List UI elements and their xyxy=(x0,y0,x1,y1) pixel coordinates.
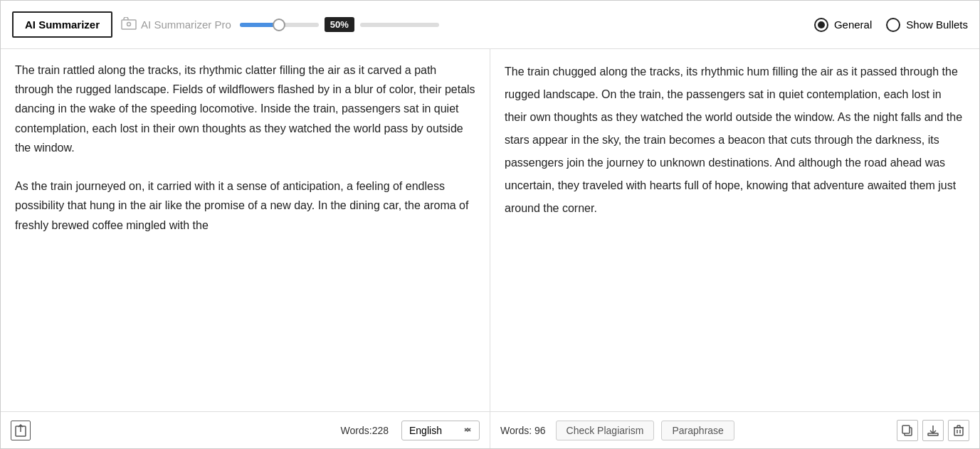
right-word-count: Words: 96 xyxy=(500,425,546,436)
chevron-icon xyxy=(463,425,472,436)
left-word-count: Words:228 xyxy=(39,425,389,436)
upload-button[interactable] xyxy=(11,421,31,440)
svg-point-1 xyxy=(127,23,131,26)
input-text-area[interactable]: The train rattled along the tracks, its … xyxy=(1,49,490,411)
language-label: English xyxy=(409,425,442,436)
right-footer: Words: 96 Check Plagiarism Paraphrase xyxy=(490,411,979,448)
output-text: The train chugged along the tracks, its … xyxy=(505,60,965,220)
action-icons xyxy=(897,420,969,441)
input-paragraph-2: As the train journeyed on, it carried wi… xyxy=(15,176,475,235)
show-bullets-label: Show Bullets xyxy=(906,19,968,31)
ai-pro-label: AI Summarizer Pro xyxy=(141,19,231,31)
general-option[interactable]: General xyxy=(814,18,872,32)
slider-right-track xyxy=(360,23,439,27)
show-bullets-radio[interactable] xyxy=(886,18,900,32)
delete-button[interactable] xyxy=(948,420,969,441)
left-footer: Words:228 English xyxy=(1,411,490,448)
show-bullets-option[interactable]: Show Bullets xyxy=(886,18,968,32)
output-text-area[interactable]: The train chugged along the tracks, its … xyxy=(490,49,979,411)
slider-value-badge: 50% xyxy=(325,17,354,32)
svg-rect-8 xyxy=(954,428,963,435)
toolbar: AI Summarizer AI Summarizer Pro 50% Gene… xyxy=(1,1,979,49)
general-radio[interactable] xyxy=(814,18,828,32)
svg-rect-5 xyxy=(902,426,910,433)
ai-summarizer-button[interactable]: AI Summarizer xyxy=(12,11,112,38)
summary-slider[interactable]: 50% xyxy=(240,17,439,32)
ai-summarizer-pro-button[interactable]: AI Summarizer Pro xyxy=(121,17,231,32)
main-content: The train rattled along the tracks, its … xyxy=(1,49,979,448)
left-panel: The train rattled along the tracks, its … xyxy=(1,49,490,448)
slider-thumb[interactable] xyxy=(273,19,285,31)
ai-pro-icon xyxy=(121,17,137,32)
general-label: General xyxy=(834,19,872,31)
copy-button[interactable] xyxy=(897,420,918,441)
display-mode-group: General Show Bullets xyxy=(814,18,968,32)
right-panel: The train chugged along the tracks, its … xyxy=(490,49,979,448)
check-plagiarism-button[interactable]: Check Plagiarism xyxy=(556,421,655,440)
language-selector[interactable]: English xyxy=(401,421,480,440)
input-paragraph-1: The train rattled along the tracks, its … xyxy=(15,60,475,157)
paraphrase-button[interactable]: Paraphrase xyxy=(661,421,734,440)
download-button[interactable] xyxy=(922,420,944,441)
slider-track[interactable] xyxy=(240,23,319,27)
svg-rect-0 xyxy=(122,20,136,29)
